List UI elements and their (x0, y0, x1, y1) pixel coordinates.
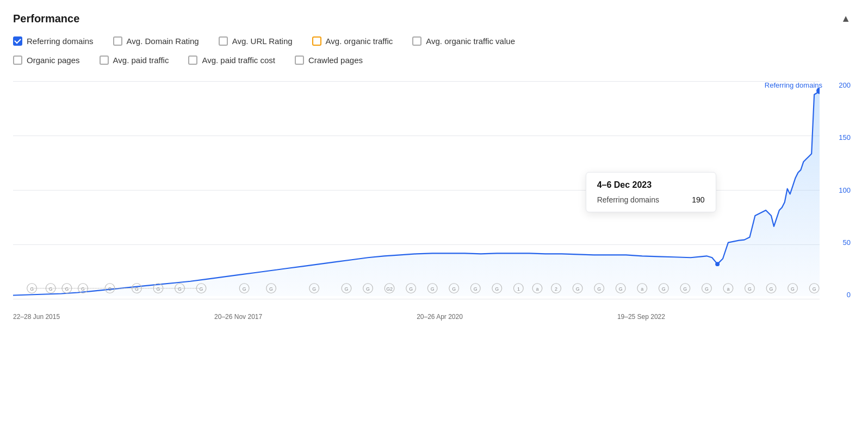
checkbox-box-avg-organic-traffic (312, 36, 321, 46)
checkbox-label-avg-paid-traffic: Avg. paid traffic (113, 56, 169, 65)
svg-text:1: 1 (517, 286, 520, 292)
svg-text:G: G (495, 286, 499, 292)
svg-text:G: G (243, 286, 246, 292)
svg-text:G: G (683, 286, 687, 292)
svg-text:G: G (366, 286, 370, 292)
checkbox-label-avg-organic-traffic: Avg. organic traffic (326, 36, 393, 46)
svg-text:G: G (576, 286, 580, 292)
checkbox-box-avg-paid-traffic-cost (188, 56, 197, 65)
svg-text:G: G (619, 286, 623, 292)
checkboxes-row-2: Organic pages Avg. paid traffic Avg. pai… (13, 56, 855, 70)
tooltip-metric: Referring domains (597, 195, 659, 204)
svg-text:G: G (409, 286, 413, 292)
svg-text:a: a (536, 286, 538, 292)
y-label-50: 50 (843, 238, 851, 247)
svg-text:G: G (345, 286, 349, 292)
y-axis-labels: 200 150 100 50 0 (823, 81, 851, 299)
y-label-150: 150 (839, 133, 851, 142)
checkbox-label-avg-paid-traffic-cost: Avg. paid traffic cost (202, 56, 275, 65)
y-label-0: 0 (847, 291, 851, 299)
x-label-2022: 19–25 Sep 2022 (617, 313, 665, 321)
chart-container: G G G G G G G G G (13, 81, 855, 321)
svg-text:G: G (200, 286, 203, 292)
x-axis-labels: 22–28 Jun 2015 20–26 Nov 2017 20–26 Apr … (13, 301, 820, 321)
svg-text:G: G (705, 286, 709, 292)
checkbox-box-avg-paid-traffic (100, 56, 109, 65)
svg-text:G: G (597, 286, 601, 292)
checkbox-label-organic-pages: Organic pages (27, 56, 80, 65)
tooltip-date: 4–6 Dec 2023 (597, 180, 705, 190)
checkboxes-row-1: Referring domains Avg. Domain Rating Avg… (13, 36, 855, 51)
collapse-button[interactable]: ▲ (836, 11, 855, 27)
chart-tooltip: 4–6 Dec 2023 Referring domains 190 (586, 172, 716, 212)
section-title: Performance (13, 13, 79, 25)
section-header: Performance ▲ (13, 11, 855, 27)
x-label-2020: 20–26 Apr 2020 (417, 313, 463, 321)
svg-text:a: a (727, 286, 729, 292)
svg-text:G: G (269, 286, 273, 292)
checkbox-organic-pages[interactable]: Organic pages (13, 56, 80, 65)
checkbox-label-avg-url-rating: Avg. URL Rating (232, 36, 293, 46)
svg-text:G: G (662, 286, 666, 292)
chart-area: Referring domains (13, 81, 855, 321)
svg-text:G: G (312, 286, 316, 292)
chart-mid-dot (715, 262, 720, 266)
checkbox-avg-domain-rating[interactable]: Avg. Domain Rating (113, 36, 199, 46)
svg-text:G: G (452, 286, 456, 292)
checkbox-label-referring-domains: Referring domains (27, 36, 94, 46)
checkbox-box-crawled-pages (295, 56, 304, 65)
svg-text:G: G (135, 286, 139, 292)
checkbox-avg-organic-traffic[interactable]: Avg. organic traffic (312, 36, 393, 46)
svg-text:G: G (813, 286, 816, 292)
checkbox-label-avg-domain-rating: Avg. Domain Rating (127, 36, 199, 46)
checkbox-label-crawled-pages: Crawled pages (308, 56, 363, 65)
svg-text:G: G (770, 286, 773, 292)
checkbox-avg-organic-traffic-value[interactable]: Avg. organic traffic value (412, 36, 515, 46)
checkbox-box-avg-domain-rating (113, 36, 122, 46)
y-label-100: 100 (839, 186, 851, 194)
svg-text:G: G (474, 286, 478, 292)
svg-text:G2: G2 (386, 286, 393, 292)
svg-text:G: G (30, 286, 34, 292)
y-label-200: 200 (839, 81, 851, 89)
performance-section: Performance ▲ Referring domains Avg. Dom… (0, 0, 868, 331)
svg-text:G: G (49, 286, 53, 292)
checkbox-box-organic-pages (13, 56, 22, 65)
svg-text:G: G (108, 286, 112, 292)
checkbox-label-avg-organic-traffic-value: Avg. organic traffic value (426, 36, 515, 46)
checkbox-crawled-pages[interactable]: Crawled pages (295, 56, 363, 65)
checkbox-box-referring-domains (13, 36, 22, 46)
tooltip-row: Referring domains 190 (597, 195, 705, 204)
svg-text:G: G (178, 286, 182, 292)
svg-text:G: G (791, 286, 795, 292)
checkbox-referring-domains[interactable]: Referring domains (13, 36, 94, 46)
checkbox-box-avg-organic-traffic-value (412, 36, 421, 46)
checkbox-box-avg-url-rating (219, 36, 228, 46)
svg-text:a: a (641, 286, 643, 292)
tooltip-value: 190 (692, 195, 704, 204)
checkbox-avg-paid-traffic[interactable]: Avg. paid traffic (100, 56, 169, 65)
svg-text:G: G (65, 286, 69, 292)
grid-line-bottom (13, 299, 820, 299)
checkbox-avg-url-rating[interactable]: Avg. URL Rating (219, 36, 293, 46)
svg-text:2: 2 (555, 286, 557, 292)
svg-text:G: G (156, 286, 160, 292)
checkbox-avg-paid-traffic-cost[interactable]: Avg. paid traffic cost (188, 56, 275, 65)
svg-text:G: G (748, 286, 752, 292)
x-label-2015: 22–28 Jun 2015 (13, 313, 60, 321)
svg-text:G: G (81, 286, 85, 292)
x-label-2017: 20–26 Nov 2017 (214, 313, 262, 321)
svg-text:G: G (431, 286, 435, 292)
